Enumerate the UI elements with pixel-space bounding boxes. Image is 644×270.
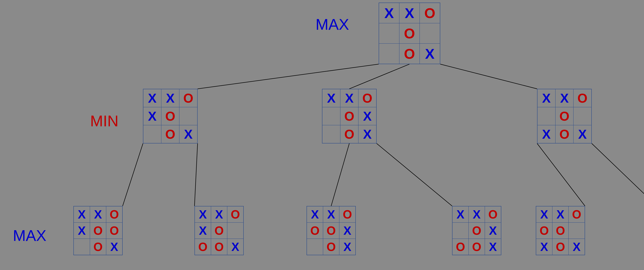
cell-l1b-0-1: X [340, 89, 358, 107]
cell-l2b2-1-0 [452, 222, 468, 239]
cell-l1c-1-1: O [556, 107, 574, 125]
cell-l1b-1-1: O [340, 107, 358, 125]
cell-l2b2-0-1: X [468, 206, 485, 222]
cell-l1b-1-0 [322, 107, 340, 125]
cell-l1c-0-2: O [574, 89, 592, 107]
board-l2b1: XXOOOXOX [306, 206, 356, 255]
cell-l1a-1-0: X [143, 107, 161, 125]
cell-l2c1-1-2 [568, 222, 585, 239]
cell-l2c1-2-1: O [552, 239, 568, 255]
cell-l2b1-1-0: O [307, 222, 323, 239]
cell-root-2-0 [379, 44, 399, 64]
cell-root-1-2 [420, 23, 440, 44]
cell-l1a-0-0: X [143, 89, 161, 107]
cell-l1b-2-2: X [358, 125, 376, 143]
cell-l2c1-2-0: X [536, 239, 552, 255]
cell-l2b1-2-1: O [323, 239, 339, 255]
cell-l2a1-2-0 [74, 239, 90, 255]
cell-l2b1-2-2: X [339, 239, 356, 255]
edge-l1a-l2a1 [122, 144, 143, 206]
cell-l2b2-0-0: X [452, 206, 468, 222]
cell-l2a1-1-2: O [106, 222, 122, 239]
cell-l2c1-0-2: O [568, 206, 585, 222]
cell-l1c-1-2 [574, 107, 592, 125]
cell-l2a2-2-1: O [211, 239, 227, 255]
edge-l1a-l2a2 [194, 144, 198, 206]
board-l1a: XXOXOOX [143, 89, 198, 144]
cell-l1b-2-1: O [340, 125, 358, 143]
board-l2a2: XXOXOOOX [194, 206, 244, 255]
cell-root-2-1: O [399, 44, 420, 64]
cell-l2b2-2-0: O [452, 239, 468, 255]
cell-l2a2-1-1: O [211, 222, 227, 239]
cell-l2a1-2-1: O [90, 239, 106, 255]
cell-root-1-0 [379, 23, 399, 44]
cell-l2b2-0-2: O [485, 206, 501, 222]
edge-l1c-l2c2 [592, 144, 644, 206]
level2-label: MAX [13, 226, 46, 244]
level1-label: MIN [90, 112, 118, 130]
board-l1c: XXOOXOX [537, 89, 592, 144]
cell-root-0-2: O [420, 3, 440, 23]
cell-l1c-0-1: X [556, 89, 574, 107]
cell-l2b1-0-2: O [339, 206, 356, 222]
cell-l2a1-0-1: X [90, 206, 106, 222]
cell-l2a1-1-1: O [90, 222, 106, 239]
cell-l2a2-0-2: O [227, 206, 244, 222]
edge-root-l1a [198, 64, 379, 89]
cell-l1c-2-1: O [556, 125, 574, 143]
board-l2b2: XXOOXOOX [452, 206, 501, 255]
cell-l2c1-1-0: O [536, 222, 552, 239]
cell-l2b1-0-1: X [323, 206, 339, 222]
cell-l1a-1-1: O [161, 107, 179, 125]
edge-root-l1b [349, 64, 410, 89]
cell-l2b1-0-0: X [307, 206, 323, 222]
cell-l2b2-1-2: X [485, 222, 501, 239]
edge-l1c-l2c1 [537, 144, 585, 206]
cell-l2c1-0-0: X [536, 206, 552, 222]
cell-l2b1-2-0 [307, 239, 323, 255]
cell-l2b2-1-1: O [468, 222, 485, 239]
cell-l2b1-1-2: X [339, 222, 356, 239]
cell-l2a2-0-0: X [195, 206, 211, 222]
cell-root-0-0: X [379, 3, 399, 23]
cell-l2a1-0-0: X [74, 206, 90, 222]
cell-l2c1-2-2: X [568, 239, 585, 255]
cell-l2b2-2-1: O [468, 239, 485, 255]
cell-l2c1-1-1: O [552, 222, 568, 239]
cell-l1b-0-0: X [322, 89, 340, 107]
cell-l1b-2-0 [322, 125, 340, 143]
cell-l2a2-1-0: X [195, 222, 211, 239]
board-l2c1: XXOOOXOX [536, 206, 585, 255]
cell-l1c-2-0: X [537, 125, 556, 143]
cell-l1a-2-1: O [161, 125, 179, 143]
cell-l1c-2-2: X [574, 125, 592, 143]
edge-l1b-l2b2 [376, 144, 452, 206]
cell-l1a-2-2: X [179, 125, 197, 143]
cell-l1b-1-2: X [358, 107, 376, 125]
cell-l2b1-1-1: O [323, 222, 339, 239]
cell-l2a2-2-0: O [195, 239, 211, 255]
board-l2a1: XXOXOOOX [74, 206, 122, 255]
cell-l2c1-0-1: X [552, 206, 568, 222]
cell-l1c-1-0 [537, 107, 556, 125]
edge-root-l1c [440, 64, 537, 89]
cell-l2a2-0-1: X [211, 206, 227, 222]
edge-l1b-l2b1 [331, 144, 349, 206]
cell-root-0-1: X [399, 3, 420, 23]
level0-label: MAX [316, 16, 349, 33]
cell-l2a1-1-0: X [74, 222, 90, 239]
cell-l1a-0-1: X [161, 89, 179, 107]
cell-l1c-0-0: X [537, 89, 556, 107]
cell-root-1-1: O [399, 23, 420, 44]
cell-l1b-0-2: O [358, 89, 376, 107]
board-l1b: XXOOXOX [322, 89, 376, 144]
cell-l1a-0-2: O [179, 89, 197, 107]
cell-l2a2-1-2 [227, 222, 244, 239]
cell-l2a1-2-2: X [106, 239, 122, 255]
cell-l1a-1-2 [179, 107, 197, 125]
board-root: XXOOOX [379, 2, 440, 64]
cell-l2a2-2-2: X [227, 239, 244, 255]
cell-l2a1-0-2: O [106, 206, 122, 222]
cell-root-2-2: X [420, 44, 440, 64]
